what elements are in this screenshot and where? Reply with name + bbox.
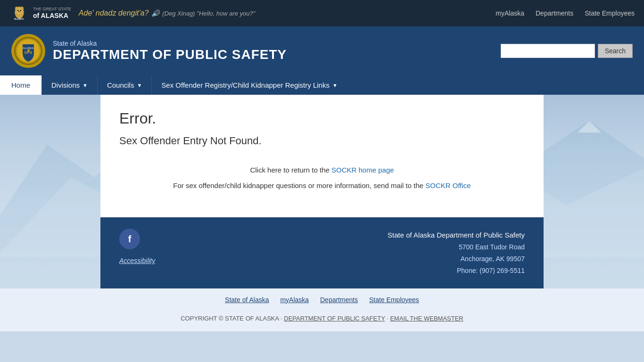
facebook-link[interactable]: f — [119, 229, 140, 249]
svg-text:ALASKA: ALASKA — [14, 18, 24, 20]
nav-councils[interactable]: Councils ▼ — [98, 75, 152, 95]
footer-address2: Anchorage, AK 99507 — [388, 253, 525, 265]
sound-icon[interactable]: 🔊 — [151, 9, 159, 17]
copyright-separator: · — [385, 315, 390, 322]
bottom-state-of-alaska[interactable]: State of Alaska — [225, 296, 269, 304]
main-content: Error. Sex Offender Entry Not Found. Cli… — [100, 95, 544, 217]
svg-point-7 — [18, 11, 20, 13]
greeting-english: "Hello, how are you?" — [197, 10, 255, 17]
search-input[interactable] — [501, 44, 595, 58]
nav-divisions-arrow: ▼ — [83, 82, 88, 88]
info-text: For sex offender/child kidnapper questio… — [119, 178, 525, 193]
copyright-text-before: COPYRIGHT © STATE OF ALASKA · — [181, 315, 284, 322]
alaska-logo-text: THE GREAT STATE of ALASKA — [33, 7, 71, 20]
nav-divisions[interactable]: Divisions ▼ — [42, 75, 98, 95]
return-text: Click here to return to the SOCKR home p… — [119, 162, 525, 178]
header-main-title: DEPARTMENT OF PUBLIC SAFETY — [53, 47, 287, 62]
nav-registry-arrow: ▼ — [332, 82, 338, 88]
return-text-before: Click here to return to the — [250, 166, 331, 174]
search-area: Search — [501, 44, 633, 58]
badge-icon: DPS ALASKA ★ — [13, 36, 43, 66]
myalaska-link[interactable]: myAlaska — [495, 9, 524, 17]
navigation: Home Divisions ▼ Councils ▼ Sex Offender… — [0, 75, 644, 95]
bottom-myalaska[interactable]: myAlaska — [280, 296, 309, 304]
page-wrapper: Error. Sex Offender Entry Not Found. Cli… — [0, 95, 644, 288]
nav-sex-offender-registry[interactable]: Sex Offender Registry/Child Kidnapper Re… — [152, 75, 644, 95]
copyright-dept-link[interactable]: DEPARTMENT OF PUBLIC SAFETY — [284, 315, 385, 322]
svg-point-6 — [20, 10, 21, 11]
state-employees-link[interactable]: State Employees — [585, 9, 635, 17]
bottom-state-employees[interactable]: State Employees — [369, 296, 419, 304]
department-badge: DPS ALASKA ★ — [11, 34, 45, 68]
svg-point-4 — [16, 8, 23, 15]
nav-home[interactable]: Home — [0, 75, 42, 95]
header-subtitle: State of Alaska — [53, 40, 287, 47]
footer-org-name: State of Alaska Department of Public Saf… — [388, 229, 525, 241]
error-title: Error. — [119, 110, 525, 127]
content-wrapper: Error. Sex Offender Entry Not Found. Cli… — [100, 95, 544, 288]
sockr-office-link[interactable]: SOCKR Office — [425, 181, 471, 189]
greeting-native: Ade' ndadz dengit'a? — [79, 9, 149, 17]
top-bar-left: ALASKA THE GREAT STATE of ALASKA Ade' nd… — [9, 3, 255, 23]
nav-councils-label: Councils — [107, 81, 134, 89]
footer-left: f Accessibility — [119, 229, 155, 264]
bottom-departments[interactable]: Departments — [320, 296, 358, 304]
svg-text:★: ★ — [26, 48, 31, 53]
footer-address1: 5700 East Tudor Road — [388, 241, 525, 253]
error-message: Sex Offender Entry Not Found. — [119, 135, 525, 147]
copyright-email-link[interactable]: EMAIL THE WEBMASTER — [390, 315, 463, 322]
header: DPS ALASKA ★ State of Alaska DEPARTMENT … — [0, 26, 644, 75]
top-bar: ALASKA THE GREAT STATE of ALASKA Ade' nd… — [0, 0, 644, 26]
search-button[interactable]: Search — [598, 44, 633, 58]
info-links: Click here to return to the SOCKR home p… — [119, 162, 525, 193]
bottom-links: State of Alaska myAlaska Departments Sta… — [0, 288, 644, 311]
info-text-before: For sex offender/child kidnapper questio… — [173, 181, 425, 189]
footer-phone: Phone: (907) 269-5511 — [388, 265, 525, 277]
accessibility-link[interactable]: Accessibility — [119, 257, 155, 264]
nav-registry-label: Sex Offender Registry/Child Kidnapper Re… — [161, 81, 330, 89]
top-bar-greeting: Ade' ndadz dengit'a? 🔊 (Deg Xinag) "Hell… — [79, 9, 256, 17]
header-left: DPS ALASKA ★ State of Alaska DEPARTMENT … — [11, 34, 287, 68]
footer: f Accessibility State of Alaska Departme… — [100, 217, 544, 288]
alaska-logo[interactable]: ALASKA THE GREAT STATE of ALASKA — [9, 3, 71, 23]
nav-councils-arrow: ▼ — [137, 82, 142, 88]
header-title: State of Alaska DEPARTMENT OF PUBLIC SAF… — [53, 40, 287, 62]
footer-right: State of Alaska Department of Public Saf… — [388, 229, 525, 277]
nav-divisions-label: Divisions — [51, 81, 80, 89]
greeting-phonetic: (Deg Xinag) — [162, 10, 195, 17]
departments-link[interactable]: Departments — [536, 9, 573, 17]
sockr-home-link[interactable]: SOCKR home page — [331, 166, 394, 174]
copyright: COPYRIGHT © STATE OF ALASKA · DEPARTMENT… — [0, 311, 644, 331]
alaska-bear-icon: ALASKA — [9, 3, 29, 23]
svg-point-5 — [17, 10, 19, 11]
top-bar-right: myAlaska Departments State Employees — [495, 9, 635, 17]
